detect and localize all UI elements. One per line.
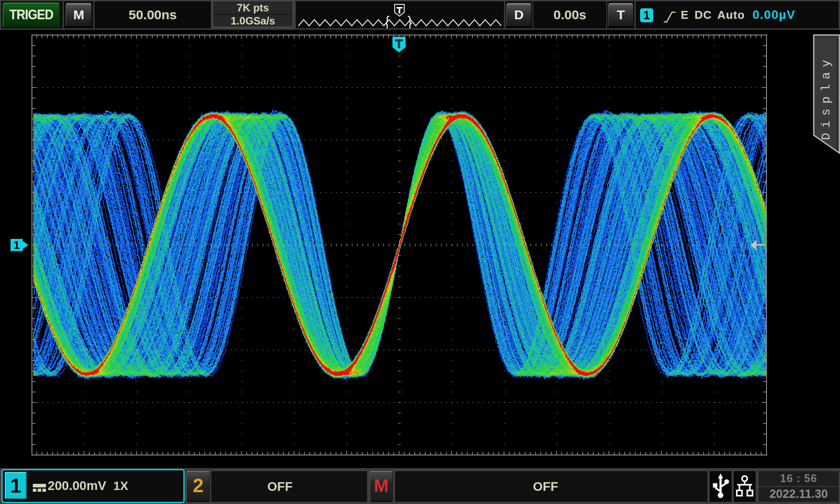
svg-text:1: 1 [14,239,20,251]
